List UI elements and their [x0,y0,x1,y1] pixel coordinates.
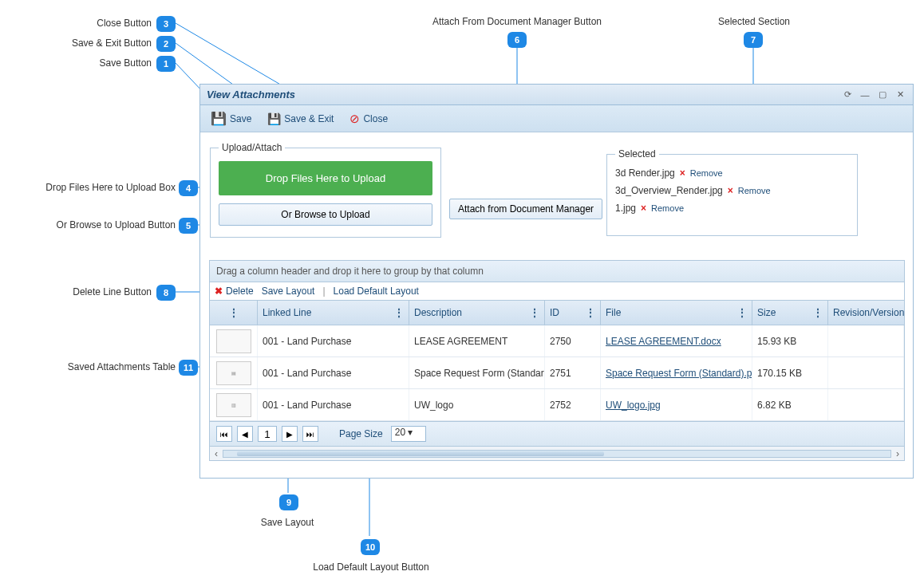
callout-badge-2: 2 [156,36,176,52]
cell-id: 2751 [545,357,601,388]
callout-badge-9: 9 [279,494,298,510]
callout-badge-11: 11 [179,360,198,376]
col-header-size[interactable]: Size⋮ [752,301,828,325]
attach-from-document-manager-button[interactable]: Attach from Document Manager [449,199,602,219]
main-toolbar: 💾 Save 💾 Save & Exit ⊘ Close [200,105,913,132]
scroll-right-icon[interactable]: › [896,448,899,459]
page-size-select[interactable]: 20 ▾ [391,426,426,442]
remove-link[interactable]: Remove [738,186,771,195]
selected-item: 3d_Overview_Render.jpg × Remove [615,185,849,196]
remove-link[interactable]: Remove [651,203,684,213]
pager-last-button[interactable]: ⏭ [302,426,318,442]
callout-label-3: Close Button [48,18,152,29]
delete-icon: ✖ [215,286,223,297]
cell-size: 6.82 KB [752,389,828,420]
file-link[interactable]: UW_logo.jpg [606,400,661,411]
callout-label-2: Save & Exit Button [48,37,152,49]
remove-x-icon[interactable]: × [641,203,646,214]
thumbnail: ▥ [216,393,251,417]
cell-desc: Space Request Form (Standard) [409,357,545,388]
thumbnail [216,329,251,353]
grid-header: ⋮ Linked Line⋮ Description⋮ ID⋮ File⋮ Si… [210,301,904,325]
cell-size: 15.93 KB [752,325,828,356]
column-menu-icon[interactable]: ⋮ [586,307,595,318]
save-button[interactable]: 💾 Save [203,107,259,130]
table-row[interactable]: 001 - Land Purchase LEASE AGREEMENT 2750… [210,325,904,357]
callout-label-5: Or Browse to Upload Button [16,219,176,230]
save-exit-button[interactable]: 💾 Save & Exit [260,108,341,129]
cell-id: 2750 [545,325,601,356]
selected-item-name: 1.jpg [615,203,636,214]
delete-line-button[interactable]: ✖ Delete [215,286,254,297]
save-exit-label: Save & Exit [284,113,334,124]
chevron-down-icon: ▾ [408,427,413,438]
separator: | [322,286,325,297]
scroll-track[interactable] [223,450,891,458]
col-header-description[interactable]: Description⋮ [409,301,545,325]
cell-linked: 001 - Land Purchase [258,357,409,388]
cell-size: 170.15 KB [752,357,828,388]
dropzone[interactable]: Drop Files Here to Upload [219,161,432,195]
callout-badge-6: 6 [507,32,527,48]
close-window-icon[interactable]: ✕ [894,89,906,100]
pager-next-button[interactable]: ▶ [282,426,298,442]
window-controls: ⟳ — ▢ ✕ [841,89,906,100]
page-size-label: Page Size [339,428,383,439]
col-header-id[interactable]: ID⋮ [545,301,601,325]
attachments-grid: Drag a column header and drop it here to… [209,260,905,461]
minimize-icon[interactable]: — [859,89,871,100]
callout-badge-3: 3 [156,16,176,32]
scroll-left-icon[interactable]: ‹ [215,448,218,459]
cell-desc: UW_logo [409,389,545,420]
cell-rev [828,325,904,356]
column-menu-icon[interactable]: ⋮ [394,307,404,318]
refresh-icon[interactable]: ⟳ [841,89,854,100]
scroll-thumb[interactable] [237,451,604,456]
column-menu-icon[interactable]: ⋮ [813,307,823,318]
remove-x-icon[interactable]: × [728,185,733,196]
col-header-revision[interactable]: Revision/Version [828,301,904,325]
table-row[interactable]: ▤ 001 - Land Purchase Space Request Form… [210,357,904,389]
pager: ⏮ ◀ ▶ ⏭ Page Size 20 ▾ [210,421,904,446]
column-menu-icon[interactable]: ⋮ [229,307,239,318]
col-header-file[interactable]: File⋮ [601,301,752,325]
callout-badge-5: 5 [179,218,198,234]
pager-prev-button[interactable]: ◀ [237,426,253,442]
selected-item: 3d Render.jpg × Remove [615,167,849,179]
cell-linked: 001 - Land Purchase [258,325,409,356]
selected-item-name: 3d_Overview_Render.jpg [615,185,723,196]
callout-label-4: Drop Files Here to Upload Box [16,182,176,193]
callout-badge-8: 8 [156,285,176,301]
column-menu-icon[interactable]: ⋮ [530,307,539,318]
column-menu-icon[interactable]: ⋮ [737,307,747,318]
group-by-bar[interactable]: Drag a column header and drop it here to… [210,261,904,282]
callout-badge-4: 4 [179,180,198,196]
upload-attach-panel: Upload/Attach Drop Files Here to Upload … [210,142,441,238]
maximize-icon[interactable]: ▢ [876,89,889,100]
callout-label-11: Saved Attachments Table [40,361,176,372]
pager-first-button[interactable]: ⏮ [216,426,232,442]
pager-page-input[interactable] [258,426,277,442]
horizontal-scrollbar[interactable]: ‹ › [210,446,904,460]
cell-linked: 001 - Land Purchase [258,389,409,420]
save-layout-button[interactable]: Save Layout [262,286,315,297]
remove-x-icon[interactable]: × [680,167,685,179]
table-row[interactable]: ▥ 001 - Land Purchase UW_logo 2752 UW_lo… [210,389,904,421]
load-default-layout-button[interactable]: Load Default Layout [334,286,419,297]
thumbnail: ▤ [216,361,251,385]
callout-label-6: Attach From Document Manager Button [423,16,611,27]
callout-label-9: Save Layout [239,517,335,528]
cell-desc: LEASE AGREEMENT [409,325,545,356]
cell-rev [828,389,904,420]
col-header-thumb[interactable]: ⋮ [210,301,258,325]
close-icon: ⊘ [349,112,360,126]
file-link[interactable]: Space Request Form (Standard).pdf [606,368,752,379]
col-header-linked-line[interactable]: Linked Line⋮ [258,301,409,325]
titlebar: View Attachments ⟳ — ▢ ✕ [200,85,913,105]
cell-rev [828,357,904,388]
callout-label-1: Save Button [48,57,152,69]
file-link[interactable]: LEASE AGREEMENT.docx [606,336,721,347]
close-button[interactable]: ⊘ Close [342,108,395,130]
browse-upload-button[interactable]: Or Browse to Upload [219,203,432,226]
remove-link[interactable]: Remove [690,168,723,178]
